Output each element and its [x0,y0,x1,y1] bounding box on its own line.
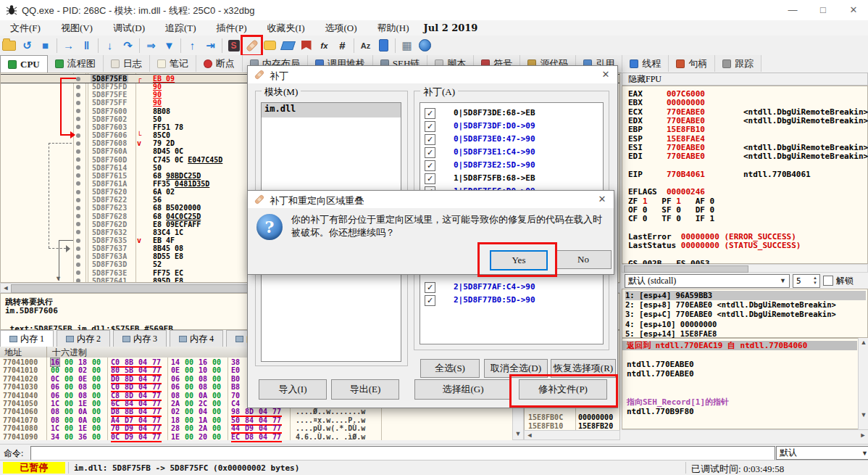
pause-icon[interactable]: ‖ [78,37,96,54]
menu-item-0[interactable]: 文件(F) [0,22,51,35]
module-list-item[interactable]: im.dll [262,103,401,117]
patch-icon[interactable] [243,37,261,54]
register-line[interactable]: LastError 00000000 (ERROR_SUCCESS) [628,233,796,241]
register-line[interactable]: OF 0 SF 0 DF 0 [628,206,714,215]
breakpoint-dot[interactable] [76,157,80,162]
crc-hash-icon[interactable]: # [333,37,351,54]
stack-info-line[interactable]: 返回到 ntdll.770EAC19 自 ntdll.770B4060 [622,341,857,350]
breakpoint-dot[interactable] [76,101,80,105]
tab-trace[interactable]: 跟踪 [715,55,761,72]
hide-fpu-button[interactable]: 隐藏FPU [622,73,868,86]
registers-panel[interactable]: EAX 007C6000EBX 00000000ECX 770EABE0 <nt… [622,86,868,264]
select-all-button[interactable]: 全选(S) [420,359,480,378]
scroll-left-arrow[interactable]: ◄ [1,284,11,292]
tab-graph[interactable]: 流程图 [48,55,104,72]
breakpoint-dot[interactable] [76,93,80,97]
tab-log[interactable]: 日志 [104,55,150,72]
unlock-checkbox[interactable] [823,276,833,286]
patch-dialog-close-icon[interactable]: ✕ [594,66,617,83]
menu-item-4[interactable]: 插件(P) [206,22,257,35]
tab-threads[interactable]: 线程 [622,55,669,72]
run-to-user-code-icon[interactable]: ⇥ [201,37,220,54]
spinner-arrows[interactable]: ▲▼ [811,276,819,286]
patch-checkbox[interactable]: ✓ [425,173,435,184]
step-out-icon[interactable]: ▼ [160,37,178,54]
scylla-icon[interactable]: S [225,37,243,54]
patch-checkbox[interactable]: ✓ [425,108,435,119]
command-input[interactable] [30,446,775,460]
patch-checkbox[interactable]: ✓ [425,295,435,306]
register-line[interactable]: ESI 770EABE0 <ntdll.DbgUiRemoteBreakin> [628,144,868,152]
patch-checkbox[interactable]: ✓ [425,160,435,171]
arg-count-stepper[interactable]: 5 ▲▼ [793,274,820,288]
execute-till-return-icon[interactable]: ↑ [183,37,201,54]
tab-cpu[interactable]: CPU [0,55,48,73]
breakpoint-dot[interactable] [76,198,80,202]
step-into-icon[interactable]: ↓ [101,37,119,54]
register-line[interactable]: EBX 00000000 [628,99,705,107]
breakpoint-dot[interactable] [76,190,80,194]
stack-info-panel[interactable]: 返回到 ntdll.770EAC19 自 ntdll.770B4060ntdll… [622,338,868,429]
breakpoint-dot[interactable] [76,270,80,275]
run-icon[interactable]: → [59,37,78,54]
modules-icon[interactable] [375,37,393,54]
register-line[interactable]: EFLAGS 00000246 [628,188,705,197]
breakpoint-dot[interactable] [76,165,80,170]
overlap-dialog-close-icon[interactable]: ✕ [591,191,614,208]
stack-info-line[interactable]: ntdll.770EABE0 [627,360,856,369]
argument-row[interactable]: 3: [esp+C] 770EABE0 <ntdll.DbgUiRemoteBr… [625,310,866,319]
scroll-left-arrow[interactable]: ◄ [525,431,535,439]
register-line[interactable]: EAX 007C6000 [628,90,705,99]
breakpoint-dot[interactable] [76,117,80,121]
stack-h-scrollbar[interactable]: ◄ [524,430,620,440]
patch-list-item[interactable]: ✓2|5D8F77AF:C4->90 [420,281,603,294]
breakpoint-dot[interactable] [76,85,80,89]
register-line[interactable]: EDX 770EABE0 <ntdll.DbgUiRemoteBreakin> [628,117,868,125]
breakpoint-dot[interactable] [76,206,80,210]
register-line[interactable]: LastStatus 00000000 (STATUS_SUCCESS) [628,241,801,250]
memory-row[interactable]: 770410801C001E0070D9047728002A0044D90477… [0,424,512,432]
breakpoint-dot[interactable] [76,125,80,129]
breakpoint-dot[interactable] [76,230,80,234]
import-button[interactable]: 导入(I) [259,379,327,400]
patch-list-item[interactable]: ✓0|5D8F73DF:D0->09 [420,120,603,133]
scroll-right-arrow[interactable]: ► [858,431,868,439]
minimize-button[interactable]: — [778,0,807,20]
tab-breakpoints[interactable]: 断点 [196,55,243,72]
pick-groups-button[interactable]: 选择组(G) [414,379,512,400]
register-line[interactable]: EBP 15E8FB10 [628,125,705,134]
memory-tab-1[interactable]: 内存 1 [0,330,54,347]
memory-row[interactable]: 7704107008000A00A4D7047718001A0050840477… [0,416,512,424]
patch-list-item[interactable]: ✓0|5D8F73DE:68->EB [420,107,603,120]
patch-checkbox[interactable]: ✓ [425,147,435,158]
register-line[interactable]: EIP 770B4061 ntdll.770B4061 [628,170,811,179]
stack-row[interactable]: 15E8FB0C00000000 [525,413,619,422]
argument-row[interactable]: 5: [esp+14] 15E8FAE8 [625,329,866,339]
patch-checkbox[interactable]: ✓ [425,134,435,145]
memory-row[interactable]: 77041090340036000CD904771E002000ECD80477… [0,433,512,441]
registers-h-scrollbar[interactable] [622,264,868,273]
menu-item-2[interactable]: 调试(D) [103,22,155,35]
breakpoint-dot[interactable] [76,149,80,154]
export-button[interactable]: 导出(E) [331,379,399,400]
scroll-thumb[interactable] [624,265,748,273]
memory-tab-2[interactable]: 内存 2 [57,330,110,347]
breakpoint-dot[interactable] [76,255,80,259]
breakpoint-dot[interactable] [76,222,80,226]
stack-info-line[interactable]: 指向SEH_Record[1]的指针 [627,397,856,407]
breakpoint-dot[interactable] [76,239,80,243]
patch-checkbox[interactable]: ✓ [425,121,435,132]
help-globe-icon[interactable] [416,37,434,54]
no-button[interactable]: No [555,250,612,269]
menu-item-6[interactable]: 选项(O) [314,22,367,35]
arguments-panel[interactable]: 1: [esp+4] 96A59BB32: [esp+8] 770EABE0 <… [622,289,868,338]
patch-list-item[interactable]: ✓2|5D8F77B0:5D->90 [420,294,603,307]
register-line[interactable]: CF 0 TF 0 IF 1 [628,215,714,223]
patch-list-item[interactable]: ✓0|5D8F73E1:C4->90 [420,146,603,159]
menu-item-5[interactable]: 收藏夹(I) [256,22,314,35]
patch-list-item[interactable]: ✓0|5D8F73E2:5D->90 [420,160,603,172]
memory-tab-3[interactable]: 内存 3 [113,330,167,347]
stack-info-v-scrollbar[interactable]: ▲ ▼ [858,338,868,429]
breakpoint-dot[interactable] [76,109,80,113]
breakpoint-dot[interactable] [76,214,80,218]
